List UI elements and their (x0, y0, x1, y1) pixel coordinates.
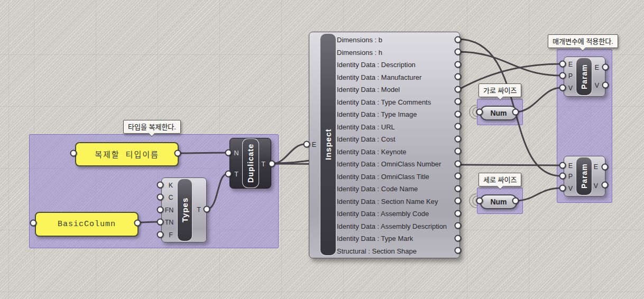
inspect-output-grip[interactable] (455, 247, 462, 254)
group-label-duplicate-type[interactable]: 타입을 복제한다. (123, 120, 181, 134)
inspect-output-grip[interactable] (455, 36, 462, 43)
param-top-output-grip-v[interactable] (602, 82, 609, 89)
param-top-label: Param (576, 58, 592, 95)
param-bottom-input-grip-p[interactable] (559, 173, 566, 180)
component-param-top[interactable]: Param E P V E V (564, 57, 605, 97)
panel-type-name-output-grip[interactable] (174, 150, 181, 157)
panel-type-name[interactable]: 복제할 티입이름 (75, 142, 179, 166)
param-top-input-grip-v[interactable] (559, 85, 566, 91)
inspect-output-grip[interactable] (455, 73, 462, 80)
component-inspect[interactable]: Inspect E Dimensions : bDimensions : hId… (309, 32, 460, 258)
panel-basic-column-output-grip[interactable] (134, 220, 141, 227)
num-height-input-grip[interactable] (476, 198, 483, 204)
param-top-capsule[interactable]: Param (576, 58, 592, 96)
group-label-apply-parameter[interactable]: 매개변수에 적용한다. (548, 34, 618, 48)
duplicate-input-grip-t[interactable] (225, 171, 232, 177)
inspect-output-label: Structural : Section Shape (337, 245, 417, 257)
component-param-bottom[interactable]: Param E P V E V (564, 156, 605, 197)
inspect-output-grip[interactable] (455, 173, 462, 180)
param-top-input-grip-p[interactable] (559, 72, 566, 79)
inspect-output-grip[interactable] (455, 86, 462, 92)
types-output-label-t: T (197, 206, 201, 213)
inspect-output-grip[interactable] (455, 49, 462, 55)
num-width-label: Num (490, 109, 507, 117)
types-input-grip-c[interactable] (157, 194, 164, 201)
inspect-output-grip[interactable] (455, 210, 462, 217)
param-bottom-input-label-v: V (568, 185, 573, 192)
wire-panel-to-duplicate-n[interactable] (177, 153, 227, 153)
param-bottom-output-grip-e[interactable] (602, 164, 609, 171)
panel-basic-column-input-grip[interactable] (30, 220, 37, 227)
group-label-num-height[interactable]: 세로 싸이즈 (479, 173, 521, 186)
types-input-label-tn: TN (165, 219, 174, 226)
inspect-output-label: Identity Data : Model (337, 83, 400, 96)
inspect-output-grip[interactable] (455, 235, 462, 241)
types-capsule[interactable]: Types (177, 179, 192, 241)
duplicate-capsule[interactable]: Duplicate (242, 138, 259, 188)
param-bottom-output-grip-v[interactable] (602, 182, 609, 189)
grasshopper-canvas[interactable]: 타입을 복제한다. 매개변수에 적용한다. 가로 싸이즈 세로 싸이즈 복제할 … (0, 0, 644, 299)
panel-basic-column[interactable]: BasicColumn (35, 212, 139, 237)
num-height-capsule[interactable]: Num (480, 194, 517, 209)
inspect-output-grip[interactable] (455, 98, 462, 105)
inspect-output-grip[interactable] (455, 110, 462, 117)
inspect-output-grip[interactable] (455, 135, 462, 142)
component-types[interactable]: Types K C FN TN F T (161, 177, 207, 242)
num-height-label: Num (490, 198, 507, 206)
num-width-capsule[interactable]: Num (480, 106, 517, 120)
inspect-output-grip[interactable] (455, 61, 462, 68)
inspect-output-grip[interactable] (455, 160, 462, 167)
inspect-output-grip[interactable] (455, 148, 462, 155)
wire-num-bottom-to-param-bottom-v[interactable] (516, 188, 561, 201)
duplicate-input-label-n: N (234, 150, 238, 157)
wire-types-to-duplicate-t[interactable] (207, 174, 227, 209)
inspect-output-label: Identity Data : Manufacturer (337, 71, 421, 83)
inspect-output-label: Identity Data : Cost (337, 133, 395, 146)
param-top-output-grip-e[interactable] (602, 64, 609, 71)
component-duplicate[interactable]: Duplicate N T T (229, 138, 271, 189)
param-bottom-output-label-v: V (594, 182, 598, 190)
group-label-num-width[interactable]: 가로 싸이즈 (479, 83, 521, 97)
group-label-text: 가로 싸이즈 (483, 87, 517, 95)
inspect-output-label: Identity Data : Type Image (337, 108, 417, 121)
param-bottom-input-label-e: E (568, 162, 573, 170)
group-label-text: 매개변수에 적용한다. (553, 38, 613, 45)
duplicate-input-label-t: T (234, 171, 238, 178)
param-top-input-grip-e[interactable] (559, 61, 566, 68)
param-top-input-label-v: V (568, 85, 573, 92)
param-top-input-label-p: P (568, 72, 573, 80)
inspect-output-label: Identity Data : Code Name (337, 183, 418, 195)
num-height-output-grip[interactable] (512, 198, 519, 204)
num-width-input-grip[interactable] (476, 109, 483, 116)
panel-type-name-input-grip[interactable] (70, 150, 77, 157)
param-bottom-input-grip-e[interactable] (559, 162, 566, 169)
types-output-grip-t[interactable] (204, 206, 210, 213)
types-input-grip-k[interactable] (157, 182, 164, 189)
inspect-input-grip-e[interactable] (303, 141, 310, 148)
types-input-grip-f[interactable] (157, 231, 164, 238)
param-bottom-capsule[interactable]: Param (576, 157, 592, 195)
group-label-text: 세로 싸이즈 (483, 176, 517, 184)
inspect-output-label: Identity Data : URL (337, 120, 395, 133)
inspect-output-label: Dimensions : h (337, 46, 382, 59)
group-label-text: 타입을 복제한다. (128, 123, 176, 131)
param-bottom-input-grip-v[interactable] (559, 185, 566, 192)
inspect-output-grip[interactable] (455, 198, 462, 204)
inspect-output-label: Identity Data : Description (337, 59, 416, 71)
inspect-output-label: Identity Data : OmniClass Number (337, 158, 441, 171)
inspect-output-grip[interactable] (455, 222, 462, 229)
panel-basic-column-text: BasicColumn (58, 220, 116, 229)
duplicate-input-grip-n[interactable] (225, 150, 232, 156)
inspect-output-grip[interactable] (455, 123, 462, 130)
duplicate-output-grip-t[interactable] (269, 161, 275, 167)
types-input-grip-fn[interactable] (157, 207, 164, 213)
types-input-label-fn: FN (165, 207, 174, 214)
inspect-output-grip[interactable] (455, 185, 462, 192)
inspect-output-label: Dimensions : b (337, 34, 382, 46)
wire-duplicate-to-inspect-e[interactable] (272, 144, 305, 164)
num-width-output-grip[interactable] (512, 109, 519, 116)
wire-num-top-to-param-top-v[interactable] (516, 88, 561, 112)
inspect-output-label: Identity Data : Assembly Code (337, 208, 429, 220)
types-input-grip-tn[interactable] (157, 219, 164, 226)
param-bottom-label: Param (576, 157, 592, 195)
